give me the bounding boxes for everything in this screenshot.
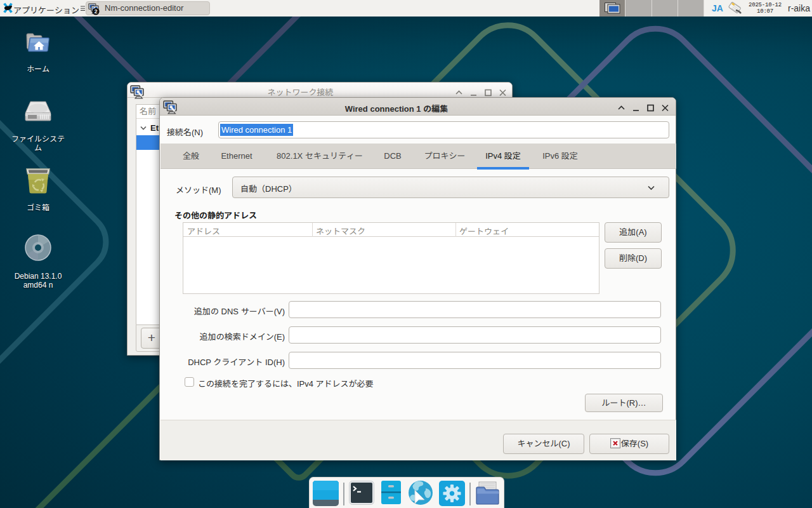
svg-text:2: 2: [95, 8, 98, 15]
